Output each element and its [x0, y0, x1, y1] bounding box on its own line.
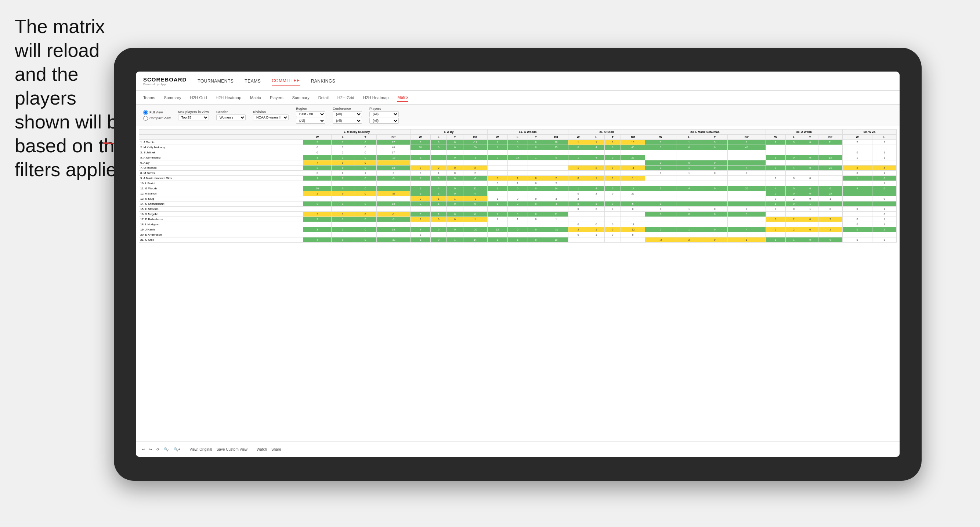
nav-rankings[interactable]: RANKINGS [311, 77, 336, 85]
matrix-cell: 0 [447, 140, 463, 145]
subnav-matrix1[interactable]: Matrix [250, 94, 261, 101]
matrix-cell: 2 [765, 191, 785, 196]
subnav-teams[interactable]: Teams [143, 94, 155, 101]
matrix-cell [728, 160, 766, 165]
matrix-cell [676, 176, 702, 181]
region-select[interactable]: East - DII [296, 111, 325, 117]
zoom-in-button[interactable]: 🔍+ [174, 448, 180, 451]
matrix-cell: 0 [702, 160, 728, 165]
matrix-cell: 10 [544, 140, 568, 145]
subnav-summary1[interactable]: Summary [164, 94, 181, 101]
matrix-cell: 4 [872, 165, 896, 171]
matrix-cell: 3 [303, 155, 332, 160]
subnav-h2h-grid2[interactable]: H2H Grid [337, 94, 354, 101]
matrix-cell [765, 232, 785, 237]
name-subheader [139, 135, 303, 140]
matrix-cell: 3 [728, 212, 766, 217]
matrix-cell [818, 145, 842, 150]
watch-button[interactable]: Watch [257, 448, 267, 451]
matrix-cell: 0 [872, 176, 896, 181]
matrix-cell: 0 [802, 176, 818, 181]
matrix-cell [605, 217, 620, 222]
matrix-cell [332, 181, 354, 186]
conference-sub-select[interactable]: (All) [332, 118, 362, 124]
matrix-cell: 1 [332, 202, 354, 206]
subnav-players[interactable]: Players [270, 94, 283, 101]
matrix-cell [765, 222, 785, 227]
matrix-cell: 2 [544, 181, 568, 186]
region-sub-select[interactable]: (All) [296, 118, 325, 124]
matrix-cell [702, 202, 728, 206]
matrix-cell [430, 206, 447, 212]
max-players-filter: Max players in view Top 25 [178, 110, 209, 121]
matrix-cell: 3 [303, 227, 332, 232]
matrix-cell [332, 196, 354, 202]
table-row: 7. O Mitchell300182202120-401040402424 [139, 165, 897, 171]
matrix-cell: 0 [508, 196, 528, 202]
matrix-cell: -2 [377, 217, 410, 222]
matrix-cell: 0 [588, 222, 605, 227]
subnav-h2h-grid1[interactable]: H2H Grid [190, 94, 207, 101]
matrix-cell: 2 [430, 165, 447, 171]
matrix-cell: 18 [377, 165, 410, 171]
zoom-out-button[interactable]: 🔍- [164, 448, 169, 451]
matrix-cell: 0 [410, 171, 430, 176]
nav-teams[interactable]: TEAMS [245, 77, 261, 85]
view-original-button[interactable]: View: Original [189, 448, 212, 451]
matrix-cell [676, 217, 702, 222]
matrix-cell: 5 [621, 202, 645, 206]
undo-button[interactable]: ↩ [142, 448, 145, 451]
matrix-cell: 0 [605, 227, 620, 232]
matrix-cell [377, 186, 410, 191]
matrix-cell: 0 [645, 227, 676, 232]
matrix-cell [487, 160, 508, 165]
matrix-cell: 0 [568, 202, 588, 206]
matrix-cell: 1 [487, 237, 508, 243]
subnav-detail[interactable]: Detail [318, 94, 329, 101]
refresh-button[interactable]: ⟳ [156, 448, 159, 451]
sub-l-4: L [588, 135, 605, 140]
subnav-h2h-heatmap1[interactable]: H2H Heatmap [216, 94, 241, 101]
max-players-select[interactable]: Top 25 [178, 114, 209, 121]
matrix-cell: 0 [702, 227, 728, 232]
matrix-cell [872, 160, 896, 165]
sub-l-3: L [508, 135, 528, 140]
full-view-radio[interactable] [143, 110, 148, 115]
matrix-cell: 0 [528, 176, 544, 181]
matrix-cell: 2 [568, 196, 588, 202]
matrix-cell: 0 [842, 150, 872, 155]
players-sub-select[interactable]: (All) [369, 118, 399, 124]
subnav-summary2[interactable]: Summary [292, 94, 310, 101]
subnav-matrix2[interactable]: Matrix [397, 94, 408, 102]
matrix-cell [508, 206, 528, 212]
matrix-cell: 0 [447, 227, 463, 232]
save-custom-button[interactable]: Save Custom View [216, 448, 248, 451]
gender-select[interactable]: Women's [216, 114, 246, 121]
share-button[interactable]: Share [271, 448, 281, 451]
nav-tournaments[interactable]: TOURNAMENTS [197, 77, 234, 85]
compact-view-radio[interactable] [143, 116, 148, 121]
matrix-cell: 1 [872, 181, 896, 186]
division-select[interactable]: NCAA Division II [253, 114, 289, 121]
matrix-cell: 3 [303, 217, 332, 222]
matrix-cell: 0 [332, 186, 354, 191]
compact-view-option[interactable]: Compact View [143, 116, 171, 121]
matrix-cell: 3 [544, 196, 568, 202]
matrix-cell: 0 [605, 232, 620, 237]
conference-select[interactable]: (All) [332, 111, 362, 117]
matrix-cell: 46 [728, 145, 766, 150]
players-select[interactable]: (All) [369, 111, 399, 117]
matrix-cell [332, 222, 354, 227]
subnav-h2h-heatmap2[interactable]: H2H Heatmap [363, 94, 389, 101]
matrix-cell [645, 155, 676, 160]
matrix-cell: 1 [410, 176, 430, 181]
matrix-cell: 1 [676, 227, 702, 232]
full-view-option[interactable]: Full View [143, 110, 171, 115]
matrix-cell: 5 [463, 202, 487, 206]
matrix-cell: -58 [377, 191, 410, 196]
matrix-container[interactable]: 2. M Kelly Mulcahy 6. A Dy 11. G Woods 2… [136, 126, 900, 441]
nav-committee[interactable]: COMMITTEE [272, 77, 300, 86]
table-row: 9. A Maria Jimenez Rios100-9100-70102010… [139, 176, 897, 181]
redo-button[interactable]: ↪ [149, 448, 152, 451]
matrix-cell: 1 [508, 237, 528, 243]
